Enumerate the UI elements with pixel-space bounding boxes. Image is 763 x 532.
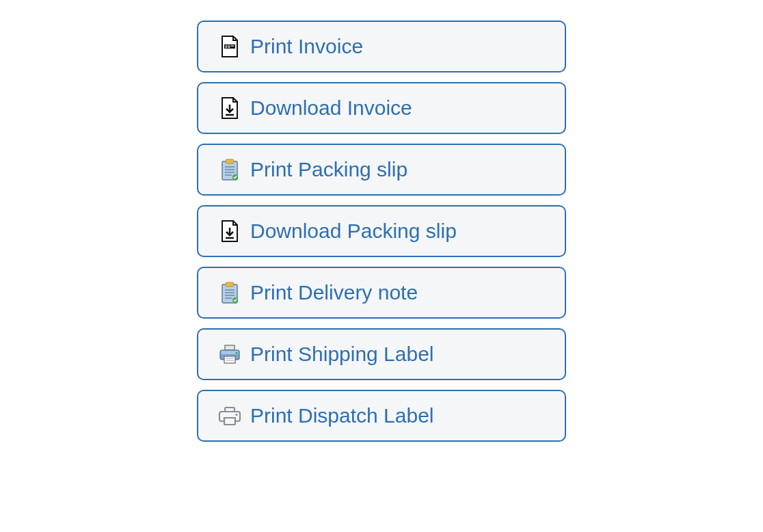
button-label: Print Invoice [250,34,546,59]
button-label: Print Delivery note [250,280,546,305]
button-label: Download Invoice [250,96,546,120]
svg-rect-2 [228,46,230,46]
svg-rect-3 [231,46,235,46]
download-file-icon [217,96,242,120]
svg-rect-0 [224,44,235,49]
button-label: Print Dispatch Label [250,403,546,428]
print-invoice-button[interactable]: Print Invoice [197,21,566,72]
svg-rect-5 [228,47,230,48]
print-packing-slip-button[interactable]: Print Packing slip [197,144,566,196]
printer-solid-icon [217,342,242,367]
clipboard-icon [217,157,242,182]
download-file-icon [217,219,242,243]
print-shipping-label-button[interactable]: Print Shipping Label [197,328,566,380]
invoice-file-icon [217,34,242,59]
print-dispatch-label-button[interactable]: Print Dispatch Label [197,390,566,442]
svg-rect-4 [226,47,228,48]
svg-rect-18 [226,282,234,287]
svg-rect-1 [226,46,228,46]
action-button-list: Print Invoice Download Invoice [197,21,566,442]
print-delivery-note-button[interactable]: Print Delivery note [197,267,566,319]
button-label: Download Packing slip [250,219,546,243]
button-label: Print Packing slip [250,157,546,182]
svg-point-27 [235,351,237,354]
svg-rect-9 [226,159,234,163]
download-invoice-button[interactable]: Download Invoice [197,82,566,134]
download-packing-slip-button[interactable]: Download Packing slip [197,205,566,257]
printer-outline-icon [217,403,242,428]
clipboard-icon [217,280,242,305]
svg-rect-28 [224,356,235,363]
button-label: Print Shipping Label [250,342,546,367]
svg-rect-33 [224,418,235,425]
svg-point-32 [235,414,237,416]
svg-rect-24 [225,345,235,350]
